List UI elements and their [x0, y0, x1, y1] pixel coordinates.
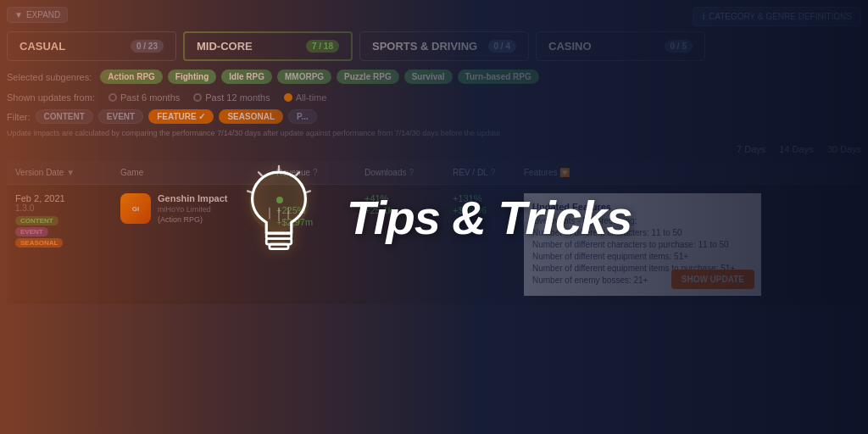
lightbulb-icon [236, 164, 321, 270]
tips-card: Tips & Tricks [236, 164, 632, 270]
svg-line-5 [296, 172, 299, 175]
svg-line-7 [259, 172, 262, 175]
lightbulb-svg [236, 164, 321, 266]
tips-overlay: Tips & Tricks [0, 0, 868, 434]
tips-tricks-title: Tips & Tricks [347, 190, 632, 245]
svg-rect-3 [270, 244, 288, 249]
